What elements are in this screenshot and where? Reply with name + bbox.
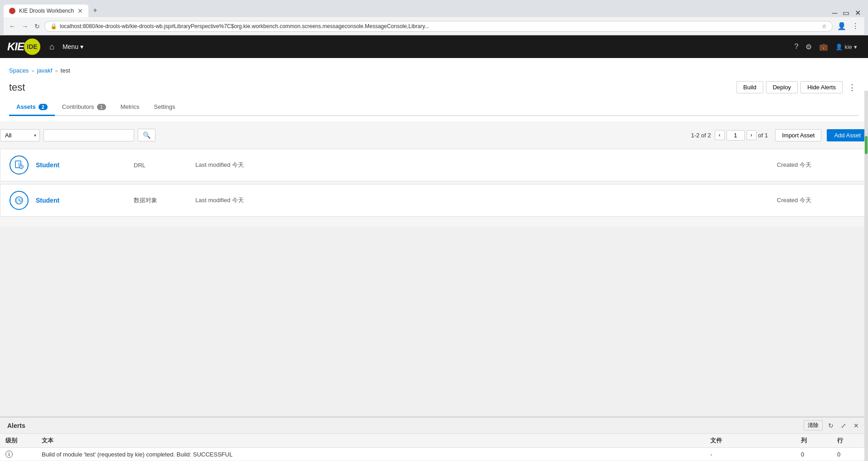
tabs: Assets 2 Contributors 1 Metrics Settings — [9, 99, 859, 116]
tab-metrics-label: Metrics — [121, 103, 140, 110]
asset-area: All DRL 数据对象 ▾ 🔍 1-2 of 2 ‹ › of 1 Impor… — [0, 121, 868, 227]
settings-button[interactable]: ⚙ — [802, 40, 815, 54]
user-icon: 👤 — [835, 44, 843, 50]
browser-controls: ← → ↻ 🔒 localhost:8080/kie-drools-wb/kie… — [4, 17, 864, 35]
browser-tab[interactable]: KIE Drools Workbench ✕ — [4, 5, 88, 17]
page-title: test — [9, 82, 737, 93]
asset-type: 数据对象 — [134, 196, 188, 204]
browser-actions: 👤 ⋮ — [835, 20, 861, 32]
scrollbar-thumb — [865, 136, 868, 154]
tab-settings[interactable]: Settings — [147, 99, 183, 116]
asset-modified: Last modified 今天 — [195, 161, 770, 169]
kie-logo: KIE IDE — [7, 39, 40, 55]
search-button[interactable]: 🔍 — [138, 129, 155, 141]
asset-modified: Last modified 今天 — [195, 196, 770, 204]
deploy-button[interactable]: Deploy — [766, 81, 798, 93]
pagination: 1-2 of 2 ‹ › of 1 — [691, 130, 768, 141]
home-button[interactable]: ⌂ — [45, 42, 59, 52]
main-content: Spaces » javakf » test test Build Deploy… — [0, 58, 868, 121]
admin-button[interactable]: 💼 — [815, 40, 832, 54]
page-header: test Build Deploy Hide Alerts ⋮ — [9, 78, 859, 99]
import-asset-button[interactable]: Import Asset — [775, 129, 821, 141]
kebab-button[interactable]: ⋮ — [845, 82, 859, 93]
right-scrollbar[interactable] — [864, 91, 868, 227]
of-label: of 1 — [758, 132, 768, 139]
user-name: kie — [844, 44, 852, 50]
asset-type: DRL — [134, 162, 188, 169]
minimize-btn[interactable]: ─ — [832, 9, 837, 17]
asset-created: Created 今天 — [777, 196, 858, 204]
url-text: localhost:8080/kie-drools-wb/kie-drools-… — [60, 23, 819, 29]
asset-icon-data-object — [10, 191, 29, 210]
breadcrumb-sep2: » — [55, 68, 58, 73]
reload-button[interactable]: ↻ — [33, 21, 42, 32]
breadcrumb-spaces[interactable]: Spaces — [9, 67, 29, 74]
browser-chrome: KIE Drools Workbench ✕ + ─ ▭ ✕ ← → ↻ 🔒 l… — [0, 0, 868, 35]
breadcrumb-javakf[interactable]: javakf — [37, 67, 53, 74]
asset-name[interactable]: Student — [36, 161, 126, 169]
table-row[interactable]: Student 数据对象 Last modified 今天 Created 今天 — [0, 184, 868, 217]
table-row[interactable]: Student DRL Last modified 今天 Created 今天 — [0, 149, 868, 181]
menu-button[interactable]: Menu ▾ — [59, 41, 87, 52]
maximize-btn[interactable]: ▭ — [843, 9, 849, 17]
tab-close-btn[interactable]: ✕ — [78, 7, 83, 15]
asset-list: Student DRL Last modified 今天 Created 今天 … — [0, 149, 868, 217]
app-header: KIE IDE ⌂ Menu ▾ ? ⚙ 💼 👤 kie ▾ — [0, 35, 868, 58]
asset-name[interactable]: Student — [36, 197, 126, 204]
user-arrow-icon: ▾ — [854, 44, 857, 50]
help-button[interactable]: ? — [790, 40, 802, 53]
prev-page-button[interactable]: ‹ — [715, 130, 725, 140]
tab-assets-label: Assets — [16, 103, 36, 110]
tab-contributors[interactable]: Contributors 1 — [55, 99, 113, 116]
pagination-range: 1-2 of 2 — [691, 132, 711, 139]
kie-text: KIE — [7, 40, 24, 53]
user-button[interactable]: 👤 kie ▾ — [832, 42, 861, 52]
forward-button[interactable]: → — [20, 21, 30, 32]
lock-icon: 🔒 — [50, 23, 57, 29]
close-btn[interactable]: ✕ — [855, 9, 861, 17]
new-tab-button[interactable]: + — [89, 4, 101, 17]
menu-label: Menu — [63, 43, 78, 50]
add-asset-button[interactable]: Add Asset — [827, 129, 868, 141]
tab-assets[interactable]: Assets 2 — [9, 99, 55, 116]
filter-bar: All DRL 数据对象 ▾ 🔍 1-2 of 2 ‹ › of 1 Impor… — [0, 129, 868, 141]
breadcrumb: Spaces » javakf » test — [9, 63, 859, 78]
asset-icon-drl — [10, 155, 29, 175]
address-bar[interactable]: 🔒 localhost:8080/kie-drools-wb/kie-drool… — [44, 21, 833, 32]
asset-created: Created 今天 — [777, 161, 858, 169]
tab-settings-label: Settings — [154, 103, 175, 110]
account-button[interactable]: 👤 — [835, 20, 848, 32]
tab-contributors-label: Contributors — [62, 103, 94, 110]
star-icon[interactable]: ☆ — [822, 23, 827, 29]
browser-menu-button[interactable]: ⋮ — [850, 20, 861, 32]
back-button[interactable]: ← — [7, 21, 17, 32]
page-number-input[interactable] — [727, 130, 745, 141]
filter-select-wrap: All DRL 数据对象 ▾ — [0, 129, 40, 141]
build-button[interactable]: Build — [737, 81, 763, 93]
tab-metrics[interactable]: Metrics — [113, 99, 147, 116]
tab-assets-badge: 2 — [39, 104, 48, 110]
ide-badge: IDE — [24, 39, 40, 55]
breadcrumb-test: test — [61, 67, 70, 74]
type-filter-select[interactable]: All DRL 数据对象 — [0, 129, 40, 141]
tab-favicon — [9, 8, 15, 14]
breadcrumb-sep1: » — [31, 68, 34, 73]
tab-title: KIE Drools Workbench — [19, 8, 74, 14]
hide-alerts-button[interactable]: Hide Alerts — [800, 81, 843, 93]
menu-arrow-icon: ▾ — [80, 43, 83, 50]
browser-tabs: KIE Drools Workbench ✕ + ─ ▭ ✕ — [4, 4, 864, 17]
next-page-button[interactable]: › — [747, 130, 756, 140]
search-input[interactable] — [44, 129, 134, 141]
header-actions: Build Deploy Hide Alerts ⋮ — [737, 81, 859, 93]
tab-contributors-badge: 1 — [97, 104, 106, 110]
